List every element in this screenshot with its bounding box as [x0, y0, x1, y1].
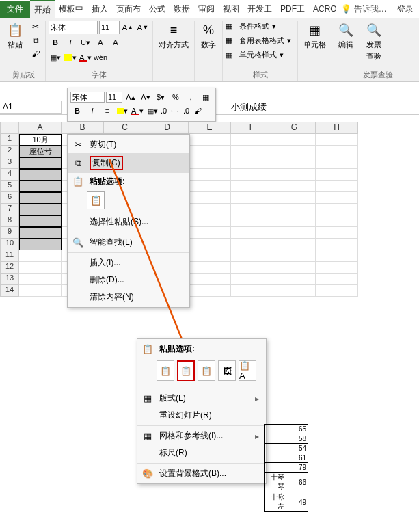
- number-button[interactable]: % 数字: [198, 21, 219, 51]
- cell[interactable]: [231, 146, 273, 157]
- font-name-input[interactable]: [49, 21, 98, 34]
- cell[interactable]: [316, 227, 358, 239]
- row-header[interactable]: 1: [0, 134, 19, 146]
- mini-decimal-inc[interactable]: .0→: [161, 105, 174, 117]
- cell[interactable]: [19, 262, 62, 274]
- mini-percent[interactable]: %: [169, 91, 183, 103]
- cell[interactable]: [316, 204, 358, 215]
- paste-option-default[interactable]: 📋: [87, 191, 105, 209]
- menu-cut[interactable]: ✂剪切(T): [68, 136, 189, 153]
- conditional-format-button[interactable]: ▦条件格式▾: [226, 21, 276, 32]
- menu2-grid-guides[interactable]: ▦网格和参考线(I)...▸: [137, 427, 266, 444]
- cell[interactable]: [19, 285, 62, 297]
- cell[interactable]: [189, 157, 231, 169]
- phonetic-button[interactable]: wén: [94, 51, 107, 64]
- cell[interactable]: [231, 192, 273, 204]
- paste-opt-3[interactable]: 📋: [198, 360, 215, 381]
- cell[interactable]: [231, 227, 273, 239]
- font-sub-button[interactable]: A: [109, 36, 122, 49]
- cell[interactable]: [19, 239, 62, 250]
- paste-opt-1[interactable]: 📋: [157, 360, 174, 381]
- menu-insert[interactable]: 插入(I)...: [68, 254, 189, 271]
- cell[interactable]: [19, 192, 62, 204]
- cell[interactable]: [273, 250, 316, 262]
- cell[interactable]: [231, 181, 273, 192]
- cell[interactable]: [189, 192, 231, 204]
- cell[interactable]: [231, 262, 273, 274]
- menu2-ruler[interactable]: 标尺(R): [137, 444, 266, 462]
- cell[interactable]: [316, 274, 358, 285]
- menu2-layout[interactable]: ▦版式(L)▸: [137, 390, 266, 407]
- cell[interactable]: [316, 192, 358, 204]
- mini-decrease-font[interactable]: A▾: [139, 91, 152, 103]
- cell-style-button[interactable]: ▦单元格样式▾: [226, 49, 284, 61]
- tab-file[interactable]: 文件: [0, 1, 30, 18]
- mini-align[interactable]: ≡: [100, 105, 114, 117]
- cell[interactable]: [316, 134, 358, 146]
- cell[interactable]: [273, 239, 316, 250]
- col-header-h[interactable]: H: [316, 122, 358, 134]
- col-header-a[interactable]: A: [19, 122, 62, 134]
- cell[interactable]: [19, 274, 62, 285]
- cell[interactable]: 10月: [19, 134, 62, 146]
- menu-smart-lookup[interactable]: 🔍智能查找(L): [68, 234, 189, 251]
- tab-review[interactable]: 审阅: [194, 1, 219, 18]
- cell[interactable]: [316, 157, 358, 169]
- mini-bold[interactable]: B: [70, 105, 84, 117]
- cell[interactable]: [189, 215, 231, 227]
- tab-pdf[interactable]: PDF工: [276, 1, 309, 18]
- cell[interactable]: [273, 192, 316, 204]
- table-format-button[interactable]: ▦套用表格格式▾: [226, 35, 291, 46]
- col-header-f[interactable]: F: [231, 122, 273, 134]
- cell[interactable]: [19, 157, 62, 169]
- editing-button[interactable]: 🔍编辑: [335, 21, 357, 51]
- cell[interactable]: [231, 134, 273, 146]
- cell[interactable]: [189, 262, 231, 274]
- mini-currency[interactable]: $▾: [154, 91, 167, 103]
- italic-button[interactable]: I: [64, 36, 77, 49]
- decrease-font-button[interactable]: A▼: [136, 21, 150, 34]
- cell[interactable]: [273, 157, 316, 169]
- cell[interactable]: [19, 181, 62, 192]
- paste-opt-2-highlighted[interactable]: 📋: [177, 360, 195, 381]
- row-header[interactable]: 3: [0, 157, 19, 169]
- cell[interactable]: [273, 262, 316, 274]
- cell[interactable]: [273, 204, 316, 215]
- mini-fill[interactable]: ▾: [116, 105, 129, 117]
- cell[interactable]: [189, 285, 231, 297]
- tell-me[interactable]: 告诉我…: [354, 3, 387, 15]
- col-header-d[interactable]: D: [146, 122, 189, 134]
- cell[interactable]: [273, 285, 316, 297]
- row-header[interactable]: 12: [0, 262, 19, 274]
- mini-cellstyle[interactable]: ▦: [199, 91, 213, 103]
- cell[interactable]: [273, 215, 316, 227]
- font-super-button[interactable]: A: [94, 36, 107, 49]
- cell[interactable]: [189, 146, 231, 157]
- invoice-button[interactable]: 🔍发票查验: [363, 21, 385, 63]
- cell[interactable]: [19, 204, 62, 215]
- cell[interactable]: [316, 169, 358, 181]
- row-header[interactable]: 11: [0, 250, 19, 262]
- cell[interactable]: [19, 169, 62, 181]
- col-header-g[interactable]: G: [273, 122, 316, 134]
- cell[interactable]: [316, 250, 358, 262]
- font-color-button[interactable]: A▾: [79, 51, 92, 64]
- cell[interactable]: [231, 157, 273, 169]
- bold-button[interactable]: B: [49, 36, 62, 49]
- cell[interactable]: [189, 239, 231, 250]
- select-all-corner[interactable]: [0, 122, 19, 134]
- paste-button[interactable]: 📋 粘贴: [4, 21, 26, 51]
- tab-pagelayout[interactable]: 页面布: [112, 1, 145, 18]
- row-header[interactable]: 13: [0, 274, 19, 285]
- menu-delete[interactable]: 删除(D)...: [68, 271, 189, 289]
- tab-acro[interactable]: ACRO: [309, 1, 341, 16]
- cell[interactable]: [316, 285, 358, 297]
- cell[interactable]: [316, 239, 358, 250]
- cell[interactable]: [231, 274, 273, 285]
- mini-fontcolor[interactable]: A▾: [131, 105, 144, 117]
- font-size-input[interactable]: [99, 21, 120, 34]
- paste-opt-4[interactable]: 🖼: [218, 360, 236, 381]
- menu-copy[interactable]: ⧉复制(C): [68, 153, 189, 173]
- cell[interactable]: [231, 215, 273, 227]
- cell[interactable]: [273, 146, 316, 157]
